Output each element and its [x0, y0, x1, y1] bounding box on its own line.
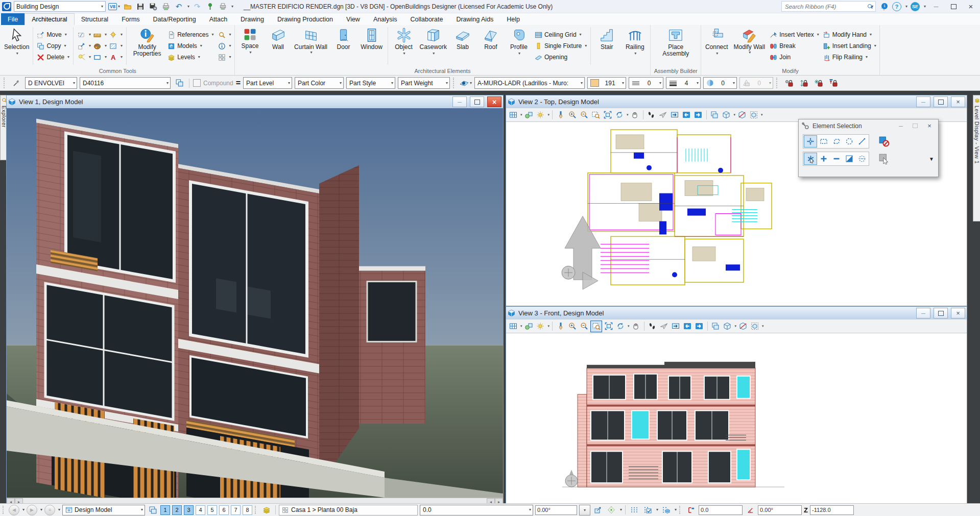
- lock-level-button[interactable]: [827, 78, 840, 89]
- save-button[interactable]: [135, 2, 146, 12]
- shape-selection-button[interactable]: [830, 136, 843, 147]
- view-toggles-button[interactable]: [147, 505, 158, 515]
- view-toggle-5[interactable]: 5: [207, 505, 217, 515]
- modify-wall-button[interactable]: Modify Wall: [731, 26, 767, 66]
- tab-view[interactable]: View: [340, 13, 367, 25]
- help-dropdown[interactable]: [905, 5, 907, 9]
- view3-close-button[interactable]: ×: [951, 308, 965, 318]
- view-history-dropdown[interactable]: [58, 508, 60, 512]
- insert-landing-button[interactable]: Insert Landing: [822, 41, 877, 52]
- display-style-button[interactable]: [523, 321, 534, 332]
- wall-button[interactable]: Wall: [265, 26, 292, 66]
- view1-title-bar[interactable]: View 1, Design Model: [7, 95, 503, 108]
- block-selection-button[interactable]: [818, 136, 830, 147]
- toolbar-drag-handle[interactable]: [3, 506, 6, 514]
- clip-mask-button[interactable]: [736, 110, 747, 120]
- pattern-tools-button[interactable]: [109, 42, 117, 50]
- part-style-selector[interactable]: Part Style: [346, 77, 395, 89]
- distance-readout[interactable]: [699, 505, 743, 515]
- grid-config-dropdown[interactable]: [656, 508, 658, 512]
- rotate-view-button[interactable]: [614, 110, 625, 120]
- family-selector[interactable]: D ENVOLVEI: [25, 77, 77, 89]
- cells-button[interactable]: [218, 53, 226, 61]
- toolbar-drag-handle[interactable]: [453, 78, 457, 88]
- tab-architectural[interactable]: Architectural: [25, 13, 74, 25]
- symbology-tools-button[interactable]: [93, 42, 102, 50]
- invert-selection-button[interactable]: [843, 153, 855, 164]
- window-area-button[interactable]: [590, 110, 601, 120]
- break-button[interactable]: Break: [769, 41, 820, 52]
- tab-collaborate[interactable]: Collaborate: [403, 13, 449, 25]
- part-level-selector[interactable]: Part Level: [243, 77, 292, 89]
- open-folder-button[interactable]: [123, 2, 133, 12]
- ribbon-search[interactable]: [781, 1, 876, 12]
- view-toggle-6[interactable]: 6: [219, 505, 229, 515]
- update-view-button[interactable]: [555, 110, 566, 120]
- adjust-brightness-button[interactable]: [535, 110, 546, 120]
- circle-selection-button[interactable]: [843, 136, 855, 147]
- fly-button[interactable]: [658, 110, 668, 120]
- smart-select-button[interactable]: [804, 153, 817, 165]
- models-button[interactable]: Models: [166, 41, 214, 52]
- scroll-right-icon[interactable]: [15, 498, 23, 503]
- window-area-button[interactable]: [590, 321, 602, 332]
- match-properties-button[interactable]: [10, 78, 22, 89]
- space-button[interactable]: Space: [237, 26, 264, 66]
- view3-title-bar[interactable]: View 3 - Front, Design Model ×: [506, 307, 967, 320]
- active-line-weight-selector[interactable]: 4: [666, 77, 701, 89]
- acs-plane-lock-button[interactable]: [592, 505, 604, 515]
- clip-volume-button[interactable]: [721, 110, 732, 120]
- view-attributes-button[interactable]: [508, 321, 518, 332]
- view2-close-button[interactable]: ×: [951, 96, 965, 107]
- title-bar[interactable]: Building Design V8 ↶ ↷ __MASTER EDIFICIO…: [0, 0, 980, 13]
- view-attributes-button[interactable]: [508, 110, 518, 120]
- view-toggle-1[interactable]: 1: [160, 505, 170, 515]
- view-toggle-7[interactable]: 7: [231, 505, 241, 515]
- view-toggle-8[interactable]: 8: [243, 505, 252, 515]
- shape-tools-button[interactable]: [93, 53, 102, 61]
- view3-maximize-button[interactable]: [934, 308, 948, 318]
- view-previous-button[interactable]: [681, 110, 692, 120]
- toolbar-drag-handle[interactable]: [776, 78, 780, 88]
- part-weight-selector[interactable]: Part Weight: [398, 77, 450, 89]
- toolbar-drag-handle[interactable]: [4, 78, 7, 88]
- view-next-button[interactable]: [694, 321, 705, 332]
- object-button[interactable]: Object: [391, 26, 417, 66]
- view-toggle-2[interactable]: 2: [172, 505, 182, 515]
- view-history-button[interactable]: [44, 505, 55, 515]
- tab-analysis[interactable]: Analysis: [367, 13, 404, 25]
- profile-button[interactable]: Profile: [506, 26, 532, 66]
- walk-button[interactable]: [647, 321, 658, 332]
- forward-button[interactable]: [27, 505, 37, 515]
- apply-clip-button[interactable]: [749, 321, 760, 332]
- active-angle-input[interactable]: [535, 505, 577, 515]
- zoom-search-button[interactable]: [218, 31, 226, 39]
- flip-railing-button[interactable]: Flip Railing: [822, 52, 877, 63]
- add-to-selection-button[interactable]: [818, 153, 830, 164]
- line-selection-button[interactable]: [856, 136, 868, 147]
- snap-mode-button[interactable]: [606, 505, 617, 515]
- dialog-title-bar[interactable]: Element Selection: [799, 119, 938, 132]
- forward-history-dropdown[interactable]: [40, 508, 42, 512]
- references-button[interactable]: References: [166, 30, 214, 40]
- modify-tools-button[interactable]: [77, 42, 86, 50]
- priority-selector[interactable]: 0: [739, 77, 773, 89]
- close-button[interactable]: [964, 2, 978, 12]
- notifications-button[interactable]: 1: [879, 2, 889, 12]
- navigate-view-button[interactable]: [671, 321, 681, 332]
- tab-data-reporting[interactable]: Data/Reporting: [147, 13, 203, 25]
- toolbar-drag-handle[interactable]: [679, 506, 683, 514]
- dialog-close-button[interactable]: [924, 122, 935, 130]
- apply-clip-button[interactable]: [748, 110, 759, 120]
- remove-from-selection-button[interactable]: [830, 153, 843, 164]
- zoom-in-button[interactable]: [567, 321, 578, 332]
- dialog-expand-button[interactable]: [929, 156, 934, 162]
- pan-view-button[interactable]: [631, 321, 641, 332]
- grid-config-button[interactable]: [642, 505, 653, 515]
- search-input[interactable]: [784, 3, 866, 10]
- measure-tools-button[interactable]: [93, 31, 102, 39]
- navigate-view-button[interactable]: [670, 110, 680, 120]
- scroll-left-icon[interactable]: [487, 498, 495, 503]
- zoom-in-button[interactable]: [567, 110, 578, 120]
- lock-weight-button[interactable]: [812, 78, 825, 89]
